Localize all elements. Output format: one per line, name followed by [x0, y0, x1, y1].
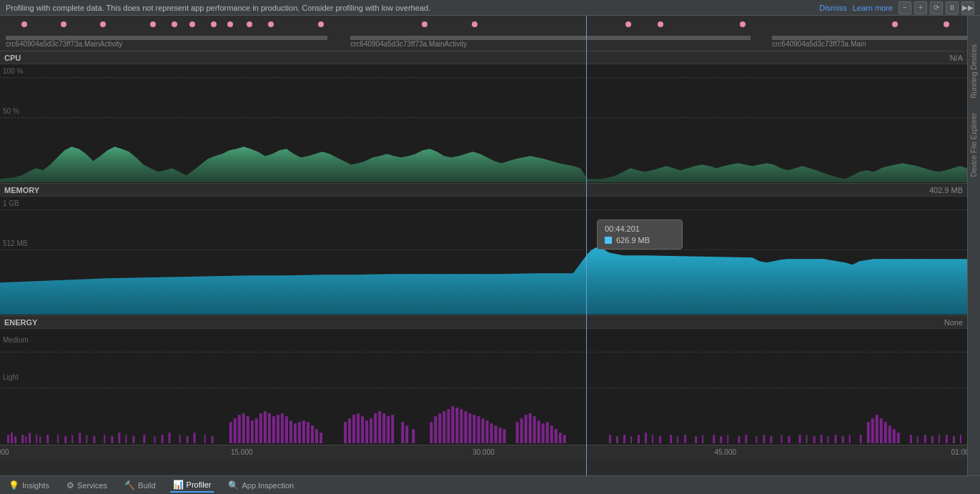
svg-rect-57	[370, 418, 372, 443]
svg-rect-33	[247, 416, 249, 443]
svg-rect-44	[294, 423, 297, 443]
insights-icon: 💡	[9, 480, 19, 490]
cpu-chart-svg	[0, 64, 967, 182]
tooltip-time: 00:44.201	[605, 224, 675, 233]
thread-dot	[422, 21, 427, 27]
svg-rect-36	[259, 413, 262, 443]
svg-rect-71	[451, 406, 454, 443]
build-label: Build	[138, 481, 155, 490]
cpu-section: CPU N/A 100 % 50 %	[0, 51, 967, 184]
toolbar-insights[interactable]: 💡 Insights	[6, 479, 52, 492]
profiler-icon: 📊	[173, 480, 184, 490]
thread-dot	[21, 21, 27, 27]
running-devices-label[interactable]: Running Devices	[970, 44, 978, 99]
svg-rect-49	[315, 429, 318, 443]
thread-dot	[625, 21, 631, 27]
thread-dot	[472, 21, 477, 27]
refresh-btn[interactable]: ⟳	[930, 1, 943, 14]
thread-dot	[740, 21, 746, 27]
svg-rect-112	[738, 436, 740, 443]
svg-rect-110	[720, 436, 722, 443]
svg-rect-130	[876, 415, 878, 443]
toolbar-profiler[interactable]: 📊 Profiler	[170, 478, 214, 493]
svg-rect-5	[29, 433, 31, 443]
learn-more-link[interactable]: Learn more	[853, 4, 893, 12]
svg-rect-100	[638, 435, 640, 443]
memory-value: 402.9 MB	[929, 186, 963, 194]
svg-rect-31	[238, 415, 241, 443]
svg-rect-16	[111, 436, 113, 443]
svg-rect-50	[320, 433, 322, 443]
svg-rect-136	[910, 435, 912, 443]
svg-rect-142	[953, 436, 955, 443]
profiling-banner: Profiling with complete data. This does …	[0, 0, 980, 16]
svg-rect-86	[525, 415, 528, 443]
svg-rect-103	[659, 436, 661, 443]
svg-rect-92	[550, 425, 553, 443]
minimize-btn[interactable]: −	[899, 1, 911, 14]
bottom-toolbar: 💡 Insights ⚙ Services 🔨 Build 📊 Profiler…	[0, 475, 980, 494]
svg-rect-73	[460, 409, 462, 443]
svg-rect-61	[387, 416, 390, 443]
svg-rect-141	[946, 435, 948, 443]
expand-btn[interactable]: +	[914, 1, 927, 14]
svg-rect-102	[652, 435, 653, 443]
svg-rect-74	[464, 411, 467, 443]
svg-rect-128	[867, 422, 870, 443]
svg-rect-59	[378, 411, 381, 443]
svg-rect-53	[352, 415, 355, 443]
thread-label-1: crc640904a5d3c73ff73a.MainActivity	[6, 40, 122, 48]
svg-rect-129	[871, 418, 874, 443]
dismiss-link[interactable]: Dismiss	[819, 4, 847, 12]
thread-dot	[211, 21, 217, 27]
thread-dot	[150, 21, 156, 27]
insights-label: Insights	[22, 481, 49, 490]
memory-title: MEMORY	[4, 186, 39, 194]
svg-rect-34	[251, 420, 254, 443]
svg-rect-22	[162, 435, 164, 443]
svg-rect-109	[713, 435, 715, 443]
svg-rect-81	[495, 425, 498, 443]
svg-rect-91	[546, 422, 549, 443]
svg-rect-76	[472, 415, 475, 443]
svg-rect-70	[447, 409, 450, 443]
svg-rect-143	[960, 435, 961, 443]
svg-rect-10	[64, 436, 66, 443]
tick-0: 0.000	[0, 448, 9, 456]
svg-rect-95	[563, 435, 566, 443]
svg-rect-54	[357, 413, 360, 443]
pause-btn[interactable]: ⏸	[946, 1, 959, 14]
svg-rect-135	[897, 433, 900, 443]
svg-rect-28	[212, 436, 214, 443]
app-inspection-label: App Inspection	[242, 481, 294, 490]
svg-rect-137	[917, 436, 919, 443]
toolbar-build[interactable]: 🔨 Build	[122, 479, 158, 492]
thread-dot	[944, 21, 949, 27]
svg-rect-4	[25, 436, 26, 443]
thread-dot	[658, 21, 663, 27]
toolbar-app-inspection[interactable]: 🔍 App Inspection	[225, 479, 297, 492]
svg-rect-63	[401, 422, 404, 443]
svg-rect-26	[194, 433, 196, 443]
svg-rect-111	[727, 435, 728, 443]
svg-rect-65	[412, 429, 415, 443]
svg-rect-89	[538, 420, 540, 443]
svg-rect-114	[756, 436, 757, 443]
svg-rect-125	[842, 436, 844, 443]
energy-value: None	[944, 318, 963, 326]
thread-dot	[318, 21, 324, 27]
svg-rect-115	[763, 435, 765, 443]
svg-rect-121	[813, 436, 816, 443]
forward-btn[interactable]: ▶▶	[961, 1, 974, 14]
tooltip-memory-value: 626.9 MB	[616, 236, 650, 244]
toolbar-services[interactable]: ⚙ Services	[64, 479, 110, 492]
svg-rect-83	[503, 429, 506, 443]
svg-rect-117	[781, 435, 782, 443]
svg-rect-45	[298, 422, 301, 443]
svg-rect-9	[57, 435, 59, 443]
svg-rect-134	[893, 429, 896, 443]
main-area: crc640904a5d3c73ff73a.MainActivity crc64…	[0, 16, 980, 475]
right-sidebar: Running Devices Device File Explorer	[967, 16, 980, 475]
device-file-explorer-label[interactable]: Device File Explorer	[970, 113, 978, 177]
svg-rect-68	[438, 413, 441, 443]
